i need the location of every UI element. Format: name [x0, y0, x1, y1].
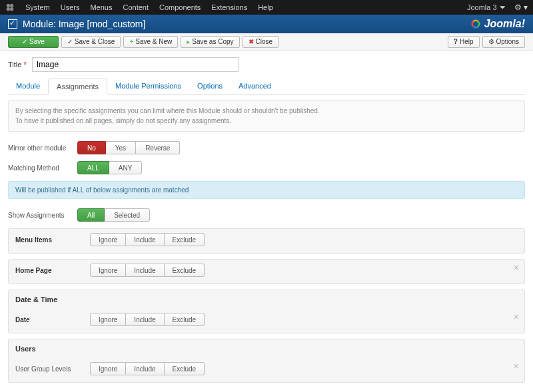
- show-label: Show Assignments: [8, 212, 77, 219]
- close-icon[interactable]: ×: [514, 361, 519, 371]
- menu-items-group: Ignore Include Exclude: [90, 233, 205, 246]
- menu-include[interactable]: Include: [126, 233, 164, 246]
- user-group-label: User Group Levels: [15, 365, 90, 373]
- menu-exclude[interactable]: Exclude: [165, 233, 205, 246]
- match-row: Matching Method ALL ANY: [8, 161, 525, 174]
- home-ignore[interactable]: Ignore: [90, 264, 126, 277]
- tab-permissions[interactable]: Module Permissions: [107, 79, 189, 94]
- title-label: Title *: [8, 61, 27, 69]
- svg-point-1: [10, 4, 13, 7]
- gear-icon[interactable]: ⚙ ▾: [512, 3, 528, 12]
- date-ignore[interactable]: Ignore: [90, 313, 126, 326]
- close-icon[interactable]: ×: [514, 311, 519, 322]
- panel-home-page: × Home Page Ignore Include Exclude: [8, 259, 525, 284]
- svg-point-2: [7, 7, 10, 11]
- title-field-row: Title *: [8, 57, 525, 72]
- check-icon: [67, 38, 73, 45]
- home-exclude[interactable]: Exclude: [165, 264, 205, 277]
- menu-ignore[interactable]: Ignore: [90, 233, 126, 246]
- close-icon[interactable]: ×: [514, 262, 519, 273]
- menu-menus[interactable]: Menus: [85, 3, 117, 11]
- admin-topbar: System Users Menus Content Components Ex…: [0, 0, 533, 15]
- mirror-label: Mirror other module: [8, 144, 77, 152]
- menu-users[interactable]: Users: [55, 3, 85, 11]
- match-all[interactable]: ALL: [77, 161, 109, 174]
- mirror-reverse[interactable]: Reverse: [136, 141, 180, 154]
- topbar-left: System Users Menus Content Components Ex…: [5, 3, 278, 12]
- show-row: Show Assignments All Selected: [8, 208, 525, 222]
- ugl-group: Ignore Include Exclude: [90, 362, 205, 375]
- save-copy-button[interactable]: Save as Copy: [181, 36, 239, 48]
- match-note: Will be published if ALL of below assign…: [8, 181, 525, 199]
- show-selected[interactable]: Selected: [105, 208, 150, 222]
- menu-content[interactable]: Content: [117, 3, 154, 11]
- joomla-icon: [5, 3, 15, 12]
- options-button[interactable]: Options: [482, 36, 525, 48]
- home-group: Ignore Include Exclude: [90, 264, 205, 277]
- tab-assignments[interactable]: Assignments: [48, 79, 107, 95]
- plus-icon: [129, 38, 133, 45]
- tab-advanced[interactable]: Advanced: [231, 79, 279, 94]
- mirror-row: Mirror other module No Yes Reverse: [8, 141, 525, 154]
- tab-module[interactable]: Module: [8, 79, 48, 94]
- menu-help[interactable]: Help: [253, 3, 278, 11]
- menu-extensions[interactable]: Extensions: [206, 3, 253, 11]
- page-title: Module: Image [mod_custom]: [23, 19, 145, 29]
- info-box: By selecting the specific assignments yo…: [8, 100, 525, 132]
- home-page-label: Home Page: [15, 267, 90, 274]
- tab-options[interactable]: Options: [189, 79, 231, 94]
- content-area: Title * Module Assignments Module Permis…: [0, 51, 533, 392]
- panel-date-time: Date & Time × Date Ignore Include Exclud…: [8, 290, 525, 333]
- menu-items-label: Menu Items: [15, 236, 90, 244]
- title-bar: Module: Image [mod_custom] Joomla!: [0, 15, 533, 33]
- svg-point-0: [7, 4, 10, 7]
- users-header[interactable]: Users: [9, 339, 524, 358]
- save-button[interactable]: Save: [8, 36, 59, 48]
- date-exclude[interactable]: Exclude: [165, 313, 205, 326]
- action-toolbar: Save Save & Close Save & New Save as Cop…: [0, 33, 533, 51]
- svg-point-3: [10, 7, 13, 11]
- topbar-right: Joomla 3 ⏷ ⚙ ▾: [462, 3, 528, 12]
- copy-icon: [187, 38, 190, 45]
- close-button[interactable]: Close: [243, 36, 279, 48]
- show-group: All Selected: [77, 208, 150, 222]
- tab-bar: Module Assignments Module Permissions Op…: [8, 79, 525, 95]
- menu-components[interactable]: Components: [154, 3, 206, 11]
- title-input[interactable]: [32, 57, 239, 72]
- mirror-no[interactable]: No: [77, 141, 106, 154]
- date-label: Date: [15, 316, 90, 323]
- ugl-ignore[interactable]: Ignore: [90, 362, 126, 375]
- date-include[interactable]: Include: [126, 313, 164, 326]
- date-group: Ignore Include Exclude: [90, 313, 205, 326]
- close-icon: [249, 38, 254, 45]
- save-close-button[interactable]: Save & Close: [61, 36, 121, 48]
- menu-system[interactable]: System: [20, 3, 55, 11]
- match-group: ALL ANY: [77, 161, 142, 174]
- gear-icon: [488, 38, 494, 45]
- joomla-logo: Joomla!: [470, 18, 525, 30]
- mirror-group: No Yes Reverse: [77, 141, 180, 154]
- module-icon: [8, 19, 17, 29]
- home-include[interactable]: Include: [126, 264, 164, 277]
- match-label: Matching Method: [8, 164, 77, 172]
- ugl-include[interactable]: Include: [126, 362, 164, 375]
- match-any[interactable]: ANY: [109, 161, 143, 174]
- save-new-button[interactable]: Save & New: [123, 36, 178, 48]
- help-button[interactable]: Help: [448, 36, 480, 48]
- check-icon: [22, 38, 27, 45]
- panel-menu-items: Menu Items Ignore Include Exclude: [8, 228, 525, 254]
- date-time-header[interactable]: Date & Time: [9, 290, 524, 309]
- help-icon: [454, 38, 458, 45]
- show-all[interactable]: All: [77, 208, 105, 222]
- panel-users: Users × User Group Levels Ignore Include…: [8, 339, 525, 383]
- mirror-yes[interactable]: Yes: [106, 141, 136, 154]
- version-link[interactable]: Joomla 3 ⏷: [462, 3, 512, 11]
- ugl-exclude[interactable]: Exclude: [165, 362, 205, 375]
